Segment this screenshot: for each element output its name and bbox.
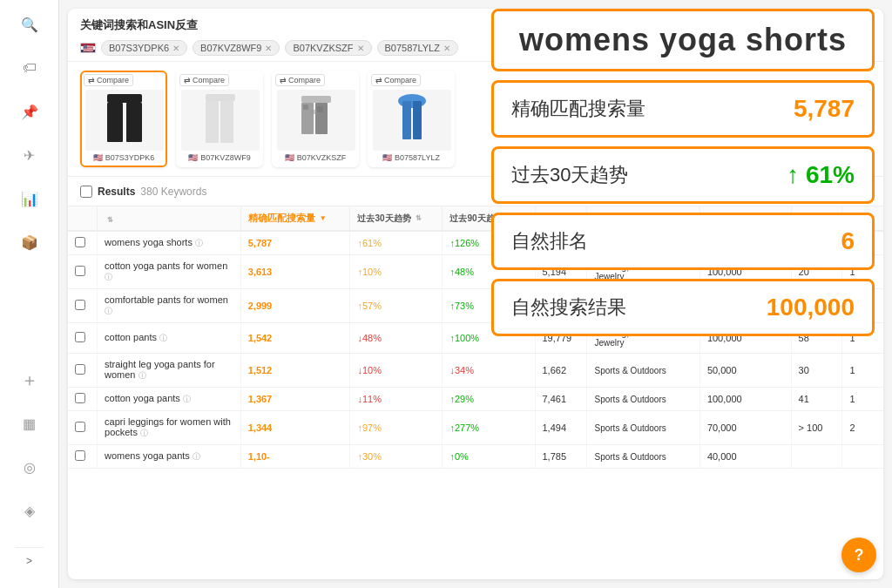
stat-box-2: 过去30天趋势 ↑ 61%	[491, 146, 875, 204]
trend30-value-6: ↓11%	[357, 394, 382, 404]
trend90-value-4: ↑100%	[449, 333, 479, 343]
cell-nat-8: 40,000	[699, 445, 791, 469]
cell-check-5[interactable]	[68, 354, 98, 388]
sidebar-expand[interactable]: >	[16, 547, 44, 574]
sidebar-icon-pin[interactable]: 📌	[16, 98, 44, 125]
sidebar-icon-tag[interactable]: 🏷	[16, 54, 44, 82]
row-checkbox-8[interactable]	[75, 450, 85, 461]
cell-check-3[interactable]	[68, 289, 98, 323]
cell-check-2[interactable]	[68, 255, 98, 289]
cell-vol-3: 2,999	[240, 289, 350, 323]
trend30-value-1: ↑61%	[357, 238, 382, 248]
sidebar-icon-box[interactable]: 📦	[16, 228, 44, 256]
svg-rect-1	[107, 103, 123, 142]
close-icon-3[interactable]: ✕	[357, 44, 364, 53]
product-card-1[interactable]: ⇄ Compare 🇺🇸 B07S3YDPK6	[80, 71, 167, 167]
cell-cat-6: Sports & Outdoors	[587, 388, 699, 411]
th-keyword[interactable]: ⇅	[98, 206, 241, 231]
close-icon-1[interactable]: ✕	[172, 44, 179, 53]
content-area: 关键词搜索和ASIN反查 🇺🇸 B07S3YDPK6 ✕ B07KVZ8WF9 …	[59, 0, 892, 588]
search-title-text: womens yoga shorts	[519, 22, 847, 58]
svg-rect-0	[107, 94, 142, 103]
us-flag-icon: 🇺🇸	[80, 43, 96, 53]
product-card-2[interactable]: ⇄ Compare 🇺🇸 B07KVZ8WF9	[176, 71, 263, 167]
cell-ads-7: 1,494	[535, 411, 587, 445]
asin-tag-1[interactable]: B07S3YDPK6 ✕	[101, 40, 187, 56]
product-card-4[interactable]: ⇄ Compare 🇺🇸 B07587LYLZ	[368, 71, 455, 167]
cell-check-1[interactable]	[68, 231, 98, 255]
row-checkbox-3[interactable]	[75, 300, 85, 310]
trend90-value-3: ↑73%	[449, 301, 474, 311]
trend90-value-2: ↑48%	[449, 267, 474, 277]
vol-value-2: 3,613	[248, 267, 273, 277]
cell-kw-3: comfortable pants for women ⓘ	[98, 289, 241, 323]
sidebar-icon-diamond[interactable]: ◈	[16, 497, 44, 524]
product-asin-4: 🇺🇸 B07587LYLZ	[373, 153, 449, 162]
asin-tag-2[interactable]: B07KVZ8WF9 ✕	[193, 40, 280, 56]
table-row: capri leggings for women with pockets ⓘ …	[68, 411, 883, 445]
product-card-3[interactable]: ⇄ Compare 🇺🇸 B07KVZKSZF	[272, 71, 359, 167]
trend30-value-7: ↑97%	[357, 422, 382, 433]
row-checkbox-1[interactable]	[75, 237, 85, 247]
trend30-value-3: ↑57%	[357, 301, 382, 311]
cell-check-7[interactable]	[68, 411, 98, 445]
cell-ads-8: 1,785	[535, 445, 587, 469]
vol-value-7: 1,344	[248, 422, 273, 433]
stat-box-4: 自然搜索结果 100,000	[491, 279, 875, 336]
sidebar-icon-search[interactable]: 🔍	[16, 10, 44, 38]
compare-btn-3[interactable]: ⇄ Compare	[275, 74, 325, 86]
cell-vol-6: 1,367	[240, 388, 350, 411]
help-button[interactable]: ?	[841, 537, 876, 572]
close-icon-4[interactable]: ✕	[443, 44, 450, 53]
cell-vol-4: 1,542	[240, 323, 350, 354]
th-vol[interactable]: 精确匹配搜索量 ▼	[240, 206, 350, 231]
close-icon-2[interactable]: ✕	[265, 44, 272, 53]
cell-page-6: 1	[842, 388, 883, 411]
vol-value-1: 5,787	[248, 238, 273, 248]
vol-value-3: 2,999	[248, 301, 273, 311]
sidebar-icon-send[interactable]: ✈	[16, 141, 44, 169]
sidebar-icon-circle[interactable]: ◎	[16, 453, 44, 481]
cell-t30-4: ↓48%	[350, 323, 443, 354]
row-checkbox-2[interactable]	[75, 266, 85, 276]
compare-btn-1[interactable]: ⇄ Compare	[84, 74, 133, 86]
cell-check-8[interactable]	[68, 445, 98, 469]
row-checkbox-4[interactable]	[75, 332, 85, 342]
compare-btn-2[interactable]: ⇄ Compare	[179, 74, 229, 86]
th-trend30-sort[interactable]: 过去30天趋势 ⇅	[357, 213, 421, 225]
trend30-value-8: ↑30%	[357, 451, 382, 462]
svg-rect-11	[317, 106, 323, 112]
sort-icon-trend30: ⇅	[416, 214, 422, 222]
th-vol-sort[interactable]: 精确匹配搜索量 ▼	[248, 212, 327, 225]
cell-t30-6: ↓11%	[350, 388, 443, 411]
sidebar-icon-grid[interactable]: ▦	[16, 409, 44, 437]
table-row: womens yoga pants ⓘ 1,10- ↑30% ↑0% 1,785…	[68, 445, 883, 469]
cell-check-4[interactable]	[68, 323, 98, 354]
trend90-value-6: ↑29%	[449, 394, 474, 404]
compare-btn-4[interactable]: ⇄ Compare	[371, 74, 421, 86]
select-all-checkbox[interactable]	[80, 186, 92, 198]
cell-page-7: 2	[842, 411, 883, 445]
sidebar-icon-chart[interactable]: 📊	[16, 185, 44, 213]
sidebar-icon-plus[interactable]: ＋	[16, 366, 44, 394]
cell-srank-6: 41	[791, 388, 842, 411]
th-keyword-sort[interactable]: ⇅	[105, 216, 113, 224]
asin-tag-4[interactable]: B07587LYLZ ✕	[377, 40, 458, 56]
stat-box-3: 自然排名 6	[491, 213, 875, 270]
trend90-value-7: ↑277%	[449, 422, 479, 433]
product-img-3	[277, 90, 355, 151]
cell-nat-6: 100,000	[699, 388, 791, 411]
cell-srank-8	[791, 445, 842, 469]
row-checkbox-5[interactable]	[75, 364, 85, 375]
product-img-1	[85, 90, 164, 151]
cell-cat-7: Sports & Outdoors	[587, 411, 699, 445]
asin-tag-3[interactable]: B07KVZKSZF ✕	[285, 40, 371, 56]
cell-nat-5: 50,000	[699, 354, 791, 388]
row-checkbox-7[interactable]	[75, 422, 85, 432]
row-checkbox-6[interactable]	[75, 393, 85, 403]
th-trend30[interactable]: 过去30天趋势 ⇅	[350, 206, 443, 231]
stat-label-1: 精确匹配搜索量	[511, 96, 645, 122]
search-title-box: womens yoga shorts	[491, 9, 875, 71]
cell-srank-7: > 100	[791, 411, 842, 445]
cell-check-6[interactable]	[68, 388, 98, 411]
